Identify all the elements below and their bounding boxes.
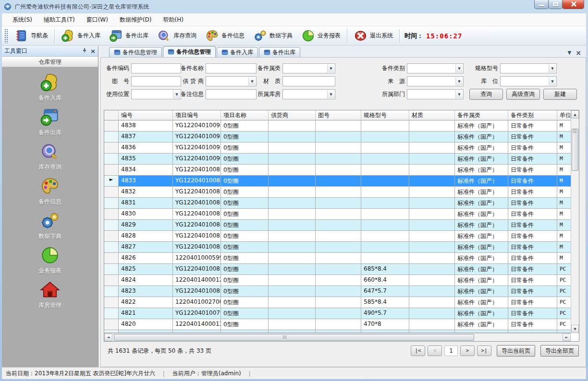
column-header-10[interactable]: 单位	[557, 110, 571, 120]
table-row-4830[interactable]: 4830YG122040100850型圈标准件（国产）日常备件M	[104, 209, 571, 220]
row-selector[interactable]	[104, 154, 119, 165]
column-header-5[interactable]: 图号	[316, 110, 361, 120]
table-row-4834[interactable]: 4834YG122040100890型圈标准件（国产）日常备件M	[104, 165, 571, 176]
table-row-4821[interactable]: 4821YG122040100790型圈490*5.7标准件（国产）日常备件PC	[104, 308, 571, 319]
prev-page-button[interactable]: <	[428, 345, 442, 356]
menu-item-system[interactable]: 系统(S)	[7, 14, 38, 26]
table-row-4822[interactable]: 482212204010027000型圈585*8.4标准件（国产）日常备件PC	[104, 297, 571, 308]
row-selector[interactable]	[104, 242, 119, 253]
pin-icon[interactable]	[82, 48, 87, 55]
toolbar-button-report[interactable]: 业务报表	[297, 27, 344, 45]
current-page-input[interactable]: 1	[444, 345, 458, 356]
tab-part-info-mgmt-1[interactable]: 备件信息管理	[109, 47, 162, 57]
toolbar-button-part-in[interactable]: 备件入库	[57, 27, 104, 45]
table-row-4829[interactable]: 4829YG122040100840型圈标准件（国产）日常备件M	[104, 220, 571, 231]
column-header-9[interactable]: 备件类别	[508, 110, 557, 120]
tab-part-info-mgmt-2[interactable]: 备件信息管理	[163, 46, 216, 57]
row-selector[interactable]	[104, 187, 119, 198]
column-header-3[interactable]: 项目名称	[221, 110, 269, 120]
row-selector[interactable]	[104, 264, 119, 275]
table-row-4827[interactable]: 4827YG122040100820型圈标准件（国产）日常备件M	[104, 242, 571, 253]
menu-item-help[interactable]: 帮助(H)	[158, 14, 189, 26]
toolbar-grip-handle[interactable]	[4, 29, 8, 43]
toolbar-button-part-out[interactable]: 备件出库	[105, 27, 152, 45]
remark-input[interactable]	[206, 89, 257, 99]
sidebar-item-part-info[interactable]: 备件信息	[2, 176, 98, 206]
vertical-scrollbar[interactable]: ▲ ▼	[571, 110, 579, 333]
menu-item-aux-tools[interactable]: 辅助工具(T)	[38, 14, 81, 26]
close-button[interactable]	[562, 0, 584, 9]
row-selector[interactable]	[104, 308, 119, 319]
table-row-4823[interactable]: 4823YG122040100800型圈647*5.7标准件（国产）日常备件PC	[104, 286, 571, 297]
row-selector[interactable]	[104, 220, 119, 231]
location-combobox[interactable]: ▼	[500, 76, 557, 86]
row-selector[interactable]	[104, 297, 119, 308]
table-row-4820[interactable]: 482012204014000130型圈470*8标准件（国产）日常备件PC	[104, 319, 571, 330]
maximize-button[interactable]	[548, 0, 563, 9]
next-page-button[interactable]: >	[460, 345, 475, 356]
row-selector[interactable]	[104, 165, 119, 176]
tab-close-icon[interactable]: ×	[576, 50, 581, 55]
table-row-4832[interactable]: 4832YG122040100870型圈标准件（国产）日常备件M	[104, 187, 571, 198]
tab-part-out[interactable]: 备件出库	[259, 47, 300, 57]
row-selector[interactable]	[104, 198, 119, 209]
sidebar-item-data-dict[interactable]: 数据字典	[2, 211, 98, 240]
toolbar-button-data-dict[interactable]: 数据字典	[249, 27, 296, 45]
part-category-combobox[interactable]: ▼	[407, 63, 464, 73]
spec-model-combobox[interactable]: ▼	[500, 63, 557, 73]
table-row-4836[interactable]: 4836YG122040100910型圈标准件（国产）日常备件M	[104, 143, 571, 154]
table-row-4828[interactable]: 4828YG122040100830型圈标准件（国产）日常备件M	[104, 231, 571, 242]
scroll-right-icon[interactable]: ►	[563, 333, 571, 341]
menu-item-window[interactable]: 窗口(W)	[81, 14, 114, 26]
tab-list-dropdown-icon[interactable]: ▼	[568, 50, 572, 55]
sidebar-item-stock-query[interactable]: 库存查询	[2, 142, 98, 171]
advanced-query-button[interactable]: 高级查询	[506, 89, 540, 100]
horizontal-scrollbar[interactable]: ◄ ►	[104, 333, 571, 341]
column-header-0[interactable]	[104, 110, 119, 120]
row-pointer-icon[interactable]: ►	[104, 176, 119, 187]
column-header-6[interactable]: 规格型号	[361, 110, 409, 120]
table-row-4837[interactable]: 4837YG122040100920型圈标准件（国产）日常备件M	[104, 131, 571, 143]
table-row-4835[interactable]: 4835YG122040100900型圈标准件（国产）日常备件M	[104, 154, 571, 165]
department-combobox[interactable]: ▼	[407, 89, 464, 99]
part-class-combobox[interactable]: ▼	[282, 63, 335, 73]
scroll-up-icon[interactable]: ▲	[571, 110, 579, 119]
row-selector[interactable]	[104, 231, 119, 242]
table-row-4824[interactable]: 482412204014000120型圈660*8.4标准件（国产）日常备件PC	[104, 275, 571, 286]
row-selector[interactable]	[104, 131, 119, 143]
sidebar-item-part-in[interactable]: 备件入库	[2, 72, 98, 102]
row-selector[interactable]	[104, 143, 119, 154]
sidebar-group-header[interactable]: 仓库管理	[2, 57, 98, 67]
source-combobox[interactable]: ▼	[407, 76, 464, 86]
export-all-pages-button[interactable]: 导出全部页	[540, 345, 579, 357]
sidebar-item-report[interactable]: 业务报表	[2, 245, 98, 275]
first-page-button[interactable]: |<	[411, 345, 425, 356]
new-button[interactable]: 新建	[543, 89, 577, 100]
row-selector[interactable]	[104, 209, 119, 220]
toolbar-button-nav-bar[interactable]: 导航条	[11, 27, 52, 45]
horizontal-scroll-thumb[interactable]	[114, 334, 474, 341]
toolbar-button-stock-query[interactable]: 库存查询	[153, 27, 200, 45]
material-input[interactable]	[282, 76, 335, 86]
scroll-down-icon[interactable]: ▼	[571, 325, 579, 333]
drawing-no-input[interactable]	[131, 76, 181, 86]
part-name-input[interactable]	[206, 63, 257, 73]
table-row-4831[interactable]: 4831YG122040100860型圈标准件（国产）日常备件M	[104, 198, 571, 209]
export-current-page-button[interactable]: 导出当前页	[497, 345, 535, 357]
toolbar-button-exit[interactable]: 退出系统	[350, 27, 397, 45]
row-selector[interactable]	[104, 275, 119, 286]
query-button[interactable]: 查询	[469, 89, 503, 100]
row-selector[interactable]	[104, 120, 119, 131]
sidebar-item-warehouse[interactable]: 库房管理	[2, 280, 98, 310]
minimize-button[interactable]	[534, 0, 549, 9]
column-header-4[interactable]: 供货商	[269, 110, 316, 120]
tab-part-in[interactable]: 备件入库	[217, 47, 258, 57]
vertical-scroll-thumb[interactable]	[572, 129, 578, 171]
sidebar-close-icon[interactable]: ×	[90, 48, 96, 54]
column-header-8[interactable]: 备件属类	[455, 110, 508, 120]
usage-position-combobox[interactable]: ▼	[131, 89, 181, 99]
toolbar-button-part-info[interactable]: 备件信息	[201, 27, 248, 45]
sidebar-item-part-out[interactable]: 备件出库	[2, 107, 98, 137]
scroll-left-icon[interactable]: ◄	[104, 333, 112, 341]
warehouse-combobox[interactable]: ▼	[282, 89, 335, 99]
